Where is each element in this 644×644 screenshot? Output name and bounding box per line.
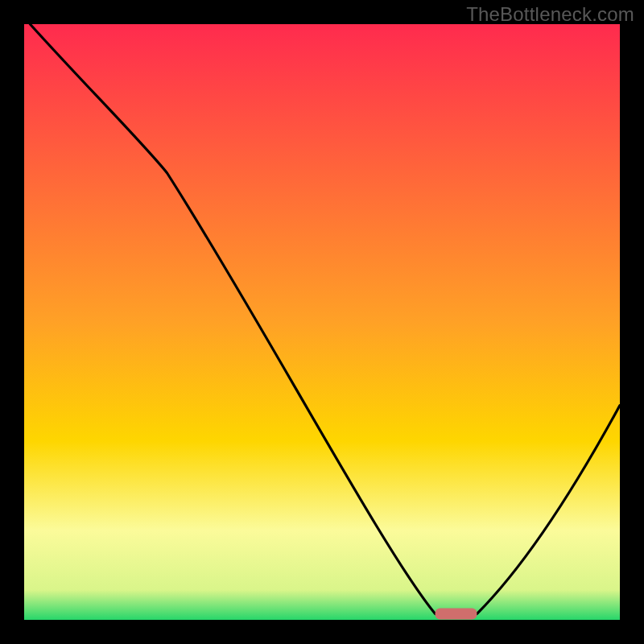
optimal-marker bbox=[436, 609, 477, 620]
chart-canvas: TheBottleneck.com bbox=[0, 0, 644, 644]
bottleneck-chart bbox=[0, 0, 644, 644]
watermark-text: TheBottleneck.com bbox=[466, 3, 634, 26]
